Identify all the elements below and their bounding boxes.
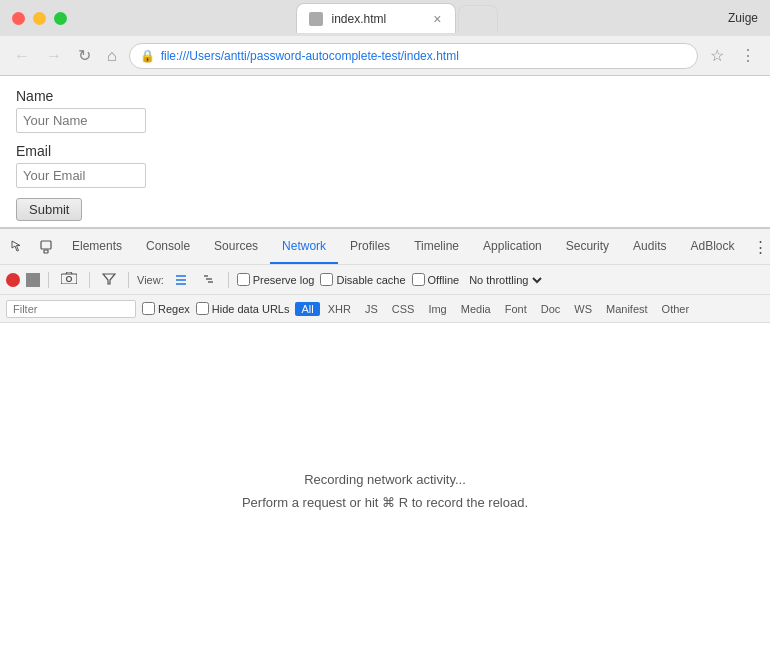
tab-application[interactable]: Application: [471, 229, 554, 264]
recording-text: Recording network activity...: [304, 472, 466, 487]
record-button[interactable]: [6, 273, 20, 287]
network-content: Recording network activity... Perform a …: [0, 323, 770, 658]
minimize-button[interactable]: [33, 12, 46, 25]
svg-rect-11: [208, 281, 213, 283]
filter-type-js[interactable]: JS: [359, 302, 384, 316]
email-label: Email: [16, 143, 754, 159]
camera-icon[interactable]: [57, 270, 81, 289]
tab-adblock[interactable]: AdBlock: [678, 229, 746, 264]
separator4: [228, 272, 229, 288]
username-label: Zuige: [728, 11, 758, 25]
regex-checkbox[interactable]: Regex: [142, 302, 190, 315]
browser-tab[interactable]: index.html ×: [296, 3, 456, 33]
filter-type-img[interactable]: Img: [422, 302, 452, 316]
menu-button[interactable]: ⋮: [736, 44, 760, 67]
filter-types: AllXHRJSCSSImgMediaFontDocWSManifestOthe…: [295, 302, 695, 316]
svg-rect-9: [204, 275, 208, 277]
hide-data-urls-input[interactable]: [196, 302, 209, 315]
filter-type-manifest[interactable]: Manifest: [600, 302, 654, 316]
tab-bar: index.html ×: [216, 3, 578, 33]
lock-icon: 🔒: [140, 49, 155, 63]
more-tools-icon[interactable]: ⋮: [747, 233, 771, 261]
recording-hint: Perform a request or hit ⌘ R to record t…: [242, 495, 528, 510]
filter-type-css[interactable]: CSS: [386, 302, 421, 316]
address-bar: ← → ↻ ⌂ 🔒 file:///Users/antti/password-a…: [0, 36, 770, 76]
separator3: [128, 272, 129, 288]
tab-elements[interactable]: Elements: [60, 229, 134, 264]
reload-button[interactable]: ↻: [74, 44, 95, 67]
view-label: View:: [137, 274, 164, 286]
throttle-select[interactable]: No throttling: [465, 273, 545, 287]
title-bar: index.html × Zuige: [0, 0, 770, 36]
svg-line-3: [30, 277, 36, 283]
separator2: [89, 272, 90, 288]
page-content: Name Email Submit: [0, 76, 770, 228]
filter-input[interactable]: [6, 300, 136, 318]
bookmark-button[interactable]: ☆: [706, 44, 728, 67]
tab-profiles[interactable]: Profiles: [338, 229, 402, 264]
filter-type-ws[interactable]: WS: [568, 302, 598, 316]
inspect-icon[interactable]: [4, 233, 32, 261]
filter-type-doc[interactable]: Doc: [535, 302, 567, 316]
filter-type-media[interactable]: Media: [455, 302, 497, 316]
svg-rect-0: [41, 241, 51, 249]
regex-input[interactable]: [142, 302, 155, 315]
throttle-dropdown[interactable]: No throttling: [465, 273, 545, 287]
devtools-panel: Elements Console Sources Network Profile…: [0, 228, 770, 658]
filter-type-other[interactable]: Other: [656, 302, 696, 316]
filter-type-font[interactable]: Font: [499, 302, 533, 316]
svg-rect-1: [44, 250, 48, 253]
clear-button[interactable]: [26, 273, 40, 287]
tab-network[interactable]: Network: [270, 229, 338, 264]
new-tab-button[interactable]: [458, 5, 498, 33]
tab-close-icon[interactable]: ×: [431, 12, 443, 26]
svg-rect-4: [61, 274, 77, 284]
forward-button[interactable]: →: [42, 45, 66, 67]
tab-favicon: [309, 12, 323, 26]
tab-security[interactable]: Security: [554, 229, 621, 264]
devtools-topbar-right: ⋮ ×: [747, 233, 771, 261]
tab-title: index.html: [331, 12, 423, 26]
maximize-button[interactable]: [54, 12, 67, 25]
home-button[interactable]: ⌂: [103, 45, 121, 67]
tab-audits[interactable]: Audits: [621, 229, 678, 264]
filter-icon[interactable]: [98, 270, 120, 290]
window-controls: [12, 12, 67, 25]
tab-console[interactable]: Console: [134, 229, 202, 264]
disable-cache-checkbox[interactable]: Disable cache: [320, 273, 405, 286]
back-button[interactable]: ←: [10, 45, 34, 67]
svg-rect-10: [206, 278, 212, 280]
device-icon[interactable]: [32, 233, 60, 261]
network-toolbar: View: Preserve log Disable cache Offline…: [0, 265, 770, 295]
filter-bar: Regex Hide data URLs AllXHRJSCSSImgMedia…: [0, 295, 770, 323]
filter-type-xhr[interactable]: XHR: [322, 302, 357, 316]
url-text: file:///Users/antti/password-autocomplet…: [161, 49, 687, 63]
disable-cache-input[interactable]: [320, 273, 333, 286]
list-view-icon[interactable]: [170, 269, 192, 291]
address-input[interactable]: 🔒 file:///Users/antti/password-autocompl…: [129, 43, 698, 69]
name-input[interactable]: [16, 108, 146, 133]
separator: [48, 272, 49, 288]
waterfall-view-icon[interactable]: [198, 269, 220, 291]
tab-timeline[interactable]: Timeline: [402, 229, 471, 264]
email-input[interactable]: [16, 163, 146, 188]
devtools-tabs: Elements Console Sources Network Profile…: [60, 229, 747, 264]
preserve-log-checkbox[interactable]: Preserve log: [237, 273, 315, 286]
submit-button[interactable]: Submit: [16, 198, 82, 221]
hide-data-urls-checkbox[interactable]: Hide data URLs: [196, 302, 290, 315]
offline-input[interactable]: [412, 273, 425, 286]
svg-point-5: [67, 277, 72, 282]
tab-sources[interactable]: Sources: [202, 229, 270, 264]
offline-checkbox[interactable]: Offline: [412, 273, 460, 286]
name-label: Name: [16, 88, 754, 104]
devtools-topbar: Elements Console Sources Network Profile…: [0, 229, 770, 265]
close-button[interactable]: [12, 12, 25, 25]
preserve-log-input[interactable]: [237, 273, 250, 286]
filter-type-all[interactable]: All: [295, 302, 319, 316]
